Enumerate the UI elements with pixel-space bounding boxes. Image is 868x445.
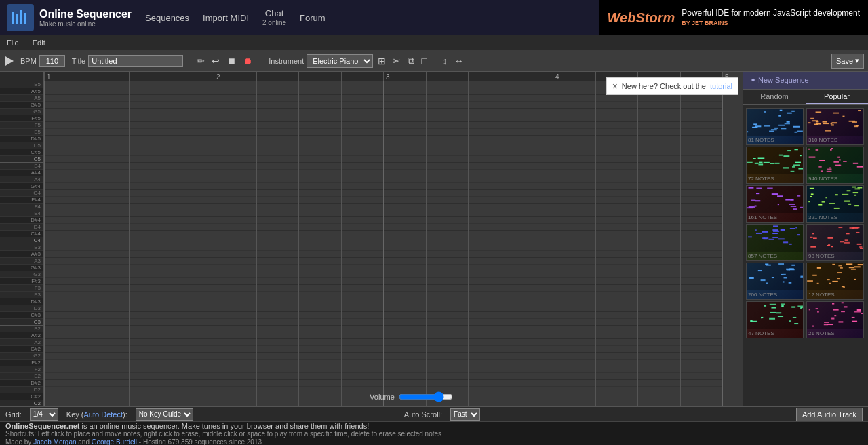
grid-view-button[interactable]: ⊞: [376, 56, 388, 66]
piano-key-fs5[interactable]: F#5: [0, 115, 43, 122]
piano-key-f3[interactable]: F3: [0, 285, 43, 292]
piano-key-d2[interactable]: D2: [0, 387, 43, 393]
piano-key-d4[interactable]: D4: [0, 224, 43, 231]
stop-button[interactable]: ⏹: [224, 56, 238, 66]
thumbnail-4[interactable]: 161 NOTES: [746, 185, 804, 222]
author2-link[interactable]: George Burdell: [92, 438, 137, 446]
piano-key-fs4[interactable]: F#4: [0, 197, 43, 204]
piano-key-as2[interactable]: A#2: [0, 332, 43, 339]
bpm-input[interactable]: [39, 55, 65, 67]
author1-link[interactable]: Jacob Morgan: [33, 438, 76, 446]
nav-forum[interactable]: Forum: [300, 13, 326, 23]
piano-key-b3[interactable]: B3: [0, 244, 43, 251]
piano-key-c2[interactable]: C2: [0, 400, 43, 406]
thumbnail-10[interactable]: 47 NOTES: [746, 301, 804, 338]
piano-key-ds5[interactable]: D#5: [0, 136, 43, 142]
piano-key-cs5[interactable]: C#5: [0, 149, 43, 156]
piano-key-gs4[interactable]: G#4: [0, 183, 43, 190]
piano-key-cs3[interactable]: C#3: [0, 312, 43, 319]
tutorial-link[interactable]: tutorial: [710, 82, 732, 90]
add-audio-track-button[interactable]: Add Audio Track: [796, 408, 863, 421]
thumbnail-9[interactable]: 12 NOTES: [806, 263, 864, 300]
popular-tab[interactable]: Popular: [806, 90, 868, 104]
paste-button[interactable]: □: [419, 56, 429, 66]
piano-key-cs2[interactable]: C#2: [0, 393, 43, 400]
piano-key-b2[interactable]: B2: [0, 326, 43, 332]
tooltip-close-button[interactable]: ×: [612, 81, 618, 92]
piano-key-fs3[interactable]: F#3: [0, 278, 43, 285]
cut-button[interactable]: ✂: [391, 56, 403, 66]
play-button[interactable]: [4, 56, 15, 66]
piano-key-fs2[interactable]: F#2: [0, 360, 43, 366]
thumbnail-6[interactable]: 857 NOTES: [746, 224, 804, 261]
piano-key-as5[interactable]: A#5: [0, 88, 43, 95]
piano-key-a4[interactable]: A4: [0, 176, 43, 183]
undo-button[interactable]: ↩: [210, 56, 222, 66]
piano-roll: B5A#5A5G#5G5F#5F5E5D#5D5C#5C5B4A#4A4G#4G…: [0, 72, 743, 406]
copy-button[interactable]: ⧉: [406, 55, 416, 66]
new-sequence-button[interactable]: ✦ New Sequence: [743, 72, 868, 90]
nav-sequences[interactable]: Sequences: [145, 13, 189, 23]
grid-size-selector[interactable]: 1/41/81/161/21: [30, 408, 58, 421]
zoom-in-button[interactable]: ↕: [441, 56, 450, 66]
autoscroll-label: Auto Scroll:: [404, 410, 442, 419]
piano-key-d5[interactable]: D5: [0, 142, 43, 149]
webstorm-ad[interactable]: WebStorm Powerful IDE for modern JavaScr…: [599, 0, 868, 35]
key-selector[interactable]: No Key GuideC MajorG MajorD Major: [136, 408, 193, 421]
piano-key-e5[interactable]: E5: [0, 129, 43, 136]
piano-key-g5[interactable]: G5: [0, 109, 43, 115]
piano-key-f2[interactable]: F2: [0, 366, 43, 373]
piano-key-e3[interactable]: E3: [0, 292, 43, 298]
piano-key-c5[interactable]: C5: [0, 156, 43, 163]
piano-key-d3[interactable]: D3: [0, 305, 43, 312]
nav-import-midi[interactable]: Import MIDI: [203, 13, 249, 23]
piano-key-c4[interactable]: C4: [0, 237, 43, 244]
instrument-selector[interactable]: Electric PianoGrand PianoGuitarBass Guit…: [307, 54, 373, 68]
piano-key-cs4[interactable]: C#4: [0, 231, 43, 237]
note-grid-area[interactable]: 12345 × New here? Check out the tutorial: [44, 72, 743, 406]
thumbnail-5[interactable]: 321 NOTES: [806, 185, 864, 222]
piano-key-e4[interactable]: E4: [0, 210, 43, 217]
piano-key-f4[interactable]: F4: [0, 204, 43, 210]
piano-key-as3[interactable]: A#3: [0, 251, 43, 258]
piano-key-a3[interactable]: A3: [0, 258, 43, 265]
menu-edit[interactable]: Edit: [30, 37, 48, 48]
piano-key-g2[interactable]: G2: [0, 353, 43, 360]
piano-key-a2[interactable]: A2: [0, 339, 43, 346]
piano-key-c3[interactable]: C3: [0, 319, 43, 326]
piano-key-b5[interactable]: B5: [0, 81, 43, 88]
thumbnail-8[interactable]: 200 NOTES: [746, 263, 804, 300]
nav-chat[interactable]: Chat 2 online: [262, 8, 286, 27]
thumbnail-0[interactable]: 81 NOTES: [746, 108, 804, 145]
piano-key-gs3[interactable]: G#3: [0, 265, 43, 271]
piano-key-gs5[interactable]: G#5: [0, 102, 43, 109]
save-button[interactable]: Save ▾: [831, 54, 864, 69]
piano-key-g4[interactable]: G4: [0, 190, 43, 197]
grid-vline-4: [214, 81, 214, 406]
pencil-tool[interactable]: ✏: [195, 56, 207, 66]
piano-key-ds4[interactable]: D#4: [0, 217, 43, 224]
volume-slider[interactable]: [399, 391, 453, 402]
thumbnail-7[interactable]: 93 NOTES: [806, 224, 864, 261]
thumbnail-3[interactable]: 940 NOTES: [806, 147, 864, 184]
note-grid[interactable]: [44, 81, 722, 406]
piano-key-gs2[interactable]: G#2: [0, 346, 43, 353]
thumbnail-11[interactable]: 21 NOTES: [806, 301, 864, 338]
piano-key-b4[interactable]: B4: [0, 163, 43, 170]
piano-key-as4[interactable]: A#4: [0, 170, 43, 176]
thumbnail-1[interactable]: 310 NOTES: [806, 108, 864, 145]
random-tab[interactable]: Random: [743, 90, 806, 104]
title-input[interactable]: [88, 55, 183, 67]
record-button[interactable]: ⏺: [241, 56, 254, 66]
piano-key-a5[interactable]: A5: [0, 95, 43, 102]
piano-key-ds2[interactable]: D#2: [0, 380, 43, 387]
piano-key-g3[interactable]: G3: [0, 271, 43, 278]
menu-file[interactable]: File: [4, 37, 22, 48]
thumbnail-2[interactable]: 72 NOTES: [746, 147, 804, 184]
autoscroll-selector[interactable]: FastSlowOff: [450, 408, 480, 421]
piano-key-e2[interactable]: E2: [0, 373, 43, 380]
key-detect-link[interactable]: Auto Detect: [84, 410, 123, 419]
zoom-out-button[interactable]: ↔: [452, 56, 466, 66]
piano-key-f5[interactable]: F5: [0, 122, 43, 129]
piano-key-ds3[interactable]: D#3: [0, 298, 43, 305]
